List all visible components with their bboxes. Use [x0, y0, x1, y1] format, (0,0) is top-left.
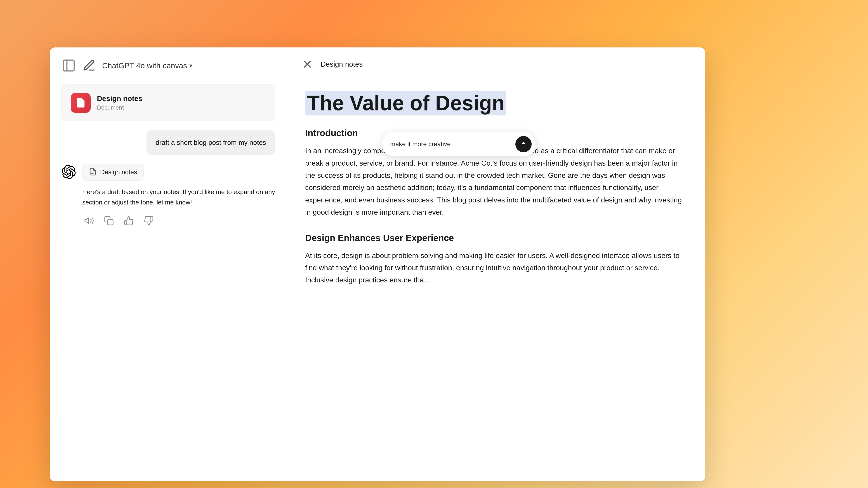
ai-avatar — [61, 165, 76, 179]
doc-icon — [89, 168, 97, 177]
model-chevron-icon: ▾ — [189, 62, 192, 69]
inline-edit-input[interactable] — [390, 140, 512, 148]
canvas-panel: Design notes The Value of Design Introdu… — [287, 47, 705, 481]
chat-model-selector[interactable]: ChatGPT 4o with canvas ▾ — [102, 61, 192, 70]
svg-rect-7 — [108, 220, 113, 225]
canvas-content: The Value of Design Introduction In an i… — [287, 78, 705, 481]
chat-messages: Design notes Document draft a short blog… — [50, 80, 287, 481]
section1-text: At its core, design is about problem-sol… — [305, 250, 687, 286]
action-buttons — [82, 214, 275, 228]
thumbdown-button[interactable] — [142, 214, 156, 228]
sidebar-toggle-icon[interactable] — [61, 58, 76, 73]
canvas-close-button[interactable] — [301, 57, 314, 71]
card-document-icon — [71, 93, 91, 113]
ai-content: Design notes Here's a draft based on you… — [82, 164, 275, 228]
inline-edit-submit-button[interactable] — [515, 136, 532, 152]
audio-button[interactable] — [82, 214, 96, 228]
card-subtitle: Document — [97, 104, 143, 111]
ai-response-text: Here's a draft based on your notes. If y… — [82, 187, 275, 207]
article-title: The Value of Design — [305, 92, 687, 115]
canvas-title: Design notes — [320, 60, 363, 68]
ai-response: Design notes Here's a draft based on you… — [61, 164, 275, 228]
copy-button[interactable] — [102, 214, 116, 228]
canvas-header: Design notes — [287, 47, 705, 78]
chat-panel: ChatGPT 4o with canvas ▾ Design notes — [50, 47, 287, 481]
svg-rect-0 — [63, 60, 74, 71]
card-info: Design notes Document — [97, 94, 143, 111]
chat-header: ChatGPT 4o with canvas ▾ — [50, 47, 287, 80]
article-title-text: The Value of Design — [305, 91, 506, 116]
main-window: ChatGPT 4o with canvas ▾ Design notes — [50, 47, 705, 481]
doc-reference-pill[interactable]: Design notes — [82, 164, 144, 181]
design-notes-card[interactable]: Design notes Document — [61, 85, 275, 121]
user-message-bubble: draft a short blog post from my notes — [147, 130, 275, 155]
new-chat-icon[interactable] — [82, 59, 96, 72]
inline-edit-popup — [382, 132, 536, 156]
section1-heading: Design Enhances User Experience — [305, 233, 687, 243]
thumbup-button[interactable] — [122, 214, 135, 228]
svg-marker-6 — [85, 218, 89, 224]
doc-reference-label: Design notes — [100, 168, 137, 176]
chat-model-label: ChatGPT 4o with canvas — [102, 61, 187, 70]
card-title: Design notes — [97, 94, 143, 103]
